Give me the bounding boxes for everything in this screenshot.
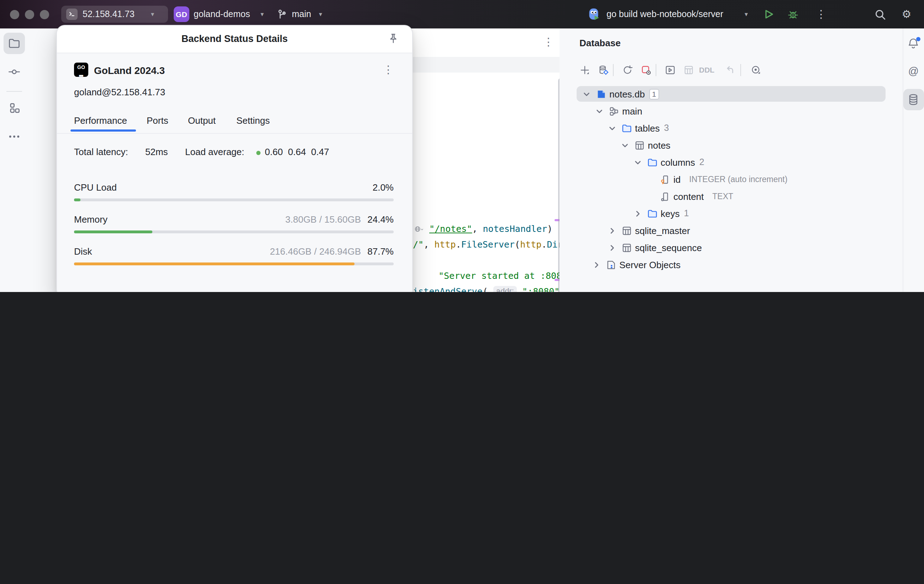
structure-icon[interactable] (7, 101, 21, 115)
cancel-query-icon[interactable] (639, 63, 652, 76)
terminal-host-icon (66, 8, 78, 20)
popup-title: Backend Status Details (57, 26, 412, 53)
divider (613, 64, 614, 76)
project-name[interactable]: goland-demos (194, 0, 250, 28)
memory-label: Memory (74, 214, 107, 225)
window-minimize-button[interactable] (25, 10, 34, 19)
column-type: TEXT (712, 192, 733, 201)
panel-title: Database (579, 38, 621, 48)
refresh-icon[interactable] (621, 63, 634, 76)
disk-value: 216.46GB / 246.94GB (270, 246, 361, 257)
chevron-down-icon: ▾ (319, 0, 322, 28)
remote-host-chip[interactable]: 52.158.41.73 ▾ (61, 6, 168, 23)
tree-item-label: tables (635, 123, 660, 133)
commit-icon[interactable] (7, 65, 21, 79)
run-configuration[interactable]: go build web-notebook/server (607, 0, 723, 28)
tab-ports[interactable]: Ports (147, 115, 168, 126)
divider (656, 64, 656, 76)
console-run-icon[interactable] (663, 63, 676, 76)
tab-performance[interactable]: Performance (74, 115, 127, 126)
arrow-left-disabled-icon[interactable] (723, 63, 736, 76)
project-avatar[interactable]: GD (174, 7, 189, 22)
tree-item-label: notes.db (609, 89, 645, 99)
cpu-progress-bar (74, 199, 394, 201)
tree-item-label: columns (661, 157, 695, 168)
chevron-right-icon[interactable] (608, 243, 617, 252)
ide-window: 52.158.41.73 ▾ GD goland-demos ▾ main ▾ … (0, 0, 924, 292)
project-folder-icon[interactable] (7, 36, 21, 51)
chevron-down-icon: ▾ (744, 0, 748, 28)
git-branch-icon (276, 8, 287, 20)
server-objects-icon (605, 259, 617, 270)
cpu-label: CPU Load (74, 182, 117, 193)
target-icon[interactable] (749, 63, 762, 76)
sqlite-icon (595, 88, 607, 100)
more-icon[interactable] (7, 130, 21, 144)
tree-item-label: content (673, 191, 704, 202)
tree-item-label: Server Objects (619, 259, 681, 270)
folder-blue-icon (646, 208, 658, 219)
tree-item-label: id (673, 174, 681, 184)
chevron-down-icon[interactable] (634, 158, 642, 166)
debug-button[interactable] (787, 8, 799, 20)
chevron-down-icon[interactable] (621, 141, 629, 150)
memory-percent: 24.4% (367, 214, 394, 225)
schema-icon (608, 105, 619, 117)
pin-icon[interactable] (387, 33, 399, 45)
window-zoom-button[interactable] (40, 10, 49, 19)
code-fragment: istenAndServe( addr: ":8080", (413, 284, 559, 292)
chevron-right-icon[interactable] (592, 260, 601, 269)
disk-progress-bar (74, 263, 394, 265)
chevron-down-icon[interactable] (595, 107, 604, 115)
divider (7, 91, 22, 92)
ai-at-icon[interactable]: @ (906, 64, 921, 78)
tree-item-label: sqlite_master (635, 225, 690, 236)
database-icon[interactable] (906, 92, 921, 107)
chevron-down-icon[interactable] (582, 90, 591, 98)
run-button[interactable] (763, 8, 774, 20)
column-icon (659, 191, 671, 202)
object-count-badge: 1 (649, 89, 659, 99)
tab-output[interactable]: Output (188, 115, 216, 126)
remote-account: goland@52.158.41.73 (74, 87, 165, 97)
memory-value: 3.80GB / 15.60GB (285, 214, 361, 225)
notification-dot (916, 37, 921, 41)
add-icon[interactable] (578, 63, 591, 76)
child-count: 3 (664, 123, 669, 133)
more-actions-button[interactable]: ⋮ (816, 0, 827, 28)
search-icon[interactable] (874, 8, 886, 21)
active-tab-underline (71, 130, 136, 132)
child-count: 1 (684, 209, 689, 219)
chevron-down-icon[interactable] (608, 124, 617, 132)
tree-item-label: keys (661, 208, 680, 219)
chevron-down-icon: ▾ (151, 0, 154, 28)
tree-item-label: notes (648, 140, 671, 150)
popup-more-icon[interactable]: ⋮ (383, 63, 394, 76)
settings-gear-icon[interactable]: ⚙ (900, 7, 913, 21)
chevron-right-icon[interactable] (634, 209, 642, 218)
latency-label: Total latency: (74, 146, 128, 157)
db-settings-icon[interactable] (597, 63, 609, 76)
tree-item-label: main (622, 105, 642, 116)
table-icon (621, 225, 632, 236)
folder-blue-icon (646, 156, 658, 168)
host-address: 52.158.41.73 (82, 0, 135, 28)
divider (740, 64, 741, 76)
ddl-button[interactable]: DDL (699, 66, 714, 74)
window-close-button[interactable] (10, 10, 19, 19)
popup-header: Backend Status Details (57, 26, 412, 53)
tab-settings[interactable]: Settings (236, 115, 270, 126)
latency-value: 52ms (145, 146, 168, 157)
load-status-dot (256, 151, 261, 155)
gopher-run-config-icon (587, 7, 601, 21)
memory-progress-bar (74, 230, 394, 233)
table-grid-disabled-icon[interactable] (682, 63, 695, 76)
cpu-percent: 2.0% (373, 182, 394, 193)
backend-status-popup: Backend Status Details GO▂ GoLand 2024.3… (56, 25, 413, 292)
table-icon (634, 140, 645, 151)
disk-percent: 87.7% (367, 246, 394, 257)
load-average-label: Load average: (185, 146, 244, 157)
branch-name[interactable]: main (292, 0, 311, 28)
ide-name: GoLand 2024.3 (94, 65, 165, 76)
chevron-right-icon[interactable] (608, 226, 617, 235)
